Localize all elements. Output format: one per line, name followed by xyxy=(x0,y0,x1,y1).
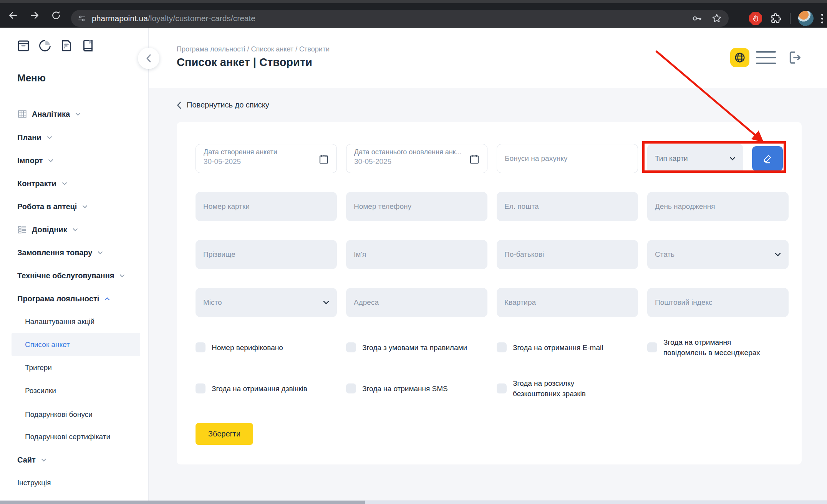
chevron-down-icon xyxy=(73,228,78,231)
email-field[interactable]: Ел. пошта xyxy=(497,192,638,221)
sidebar-subitem-promo-settings[interactable]: Налаштування акцій xyxy=(25,316,94,327)
bookmark-star-icon[interactable] xyxy=(711,13,723,24)
first-name-field[interactable]: Ім'я xyxy=(346,240,487,269)
date-created-field[interactable]: Дата створення анкети 30-05-2025 xyxy=(196,144,337,173)
save-button[interactable]: Зберегти xyxy=(196,423,253,445)
back-to-list-label: Повернутись до списку xyxy=(187,101,269,109)
sidebar-collapse-button[interactable] xyxy=(138,48,159,69)
list-details-icon xyxy=(17,225,27,235)
extensions-puzzle-icon[interactable] xyxy=(770,12,782,25)
birthday-field[interactable]: День народження xyxy=(647,192,789,221)
browser-menu-button[interactable] xyxy=(821,14,823,23)
checkbox-messenger-consent[interactable]: Згода на отримання повідомлень в месендж… xyxy=(647,337,798,358)
checkbox[interactable] xyxy=(196,383,206,393)
address-bar[interactable]: pharmapoint.ua/loyalty/customer-cards/cr… xyxy=(71,10,729,27)
sidebar-item-plans[interactable]: Плани xyxy=(17,132,52,143)
chevron-down-icon xyxy=(48,159,53,162)
profile-avatar[interactable] xyxy=(798,11,814,26)
pencil-edit-icon xyxy=(762,153,773,164)
sidebar-item-label: Замовлення товару xyxy=(17,248,92,257)
sidebar-item-contracts[interactable]: Контракти xyxy=(17,178,67,189)
sidebar-item-instruction[interactable]: Інструкція xyxy=(17,478,51,488)
gender-select[interactable]: Стать xyxy=(647,240,789,269)
url-host: pharmapoint.ua xyxy=(92,14,148,23)
site-settings-icon[interactable] xyxy=(77,14,86,23)
breadcrumb[interactable]: Програма лояльності / Список анкет / Ств… xyxy=(177,45,330,53)
checkbox[interactable] xyxy=(497,342,507,352)
globe-icon xyxy=(734,51,746,64)
checkbox[interactable] xyxy=(196,342,206,352)
sidebar-item-directory[interactable]: Довідник xyxy=(17,224,78,235)
back-to-list-link[interactable]: Повернутись до списку xyxy=(177,101,269,109)
checkbox-email-consent[interactable]: Згода на отримання E-mail xyxy=(497,337,647,358)
chevron-down-icon xyxy=(98,251,103,254)
sidebar-subitem-gift-bonuses[interactable]: Подарункові бонуси xyxy=(25,409,93,420)
language-globe-button[interactable] xyxy=(730,48,749,67)
chevron-down-icon xyxy=(62,182,67,185)
browser-reload-button[interactable] xyxy=(48,7,65,24)
back-arrow-icon xyxy=(8,10,18,20)
bonuses-field[interactable]: Бонуси на рахунку xyxy=(497,144,638,173)
package-icon[interactable] xyxy=(16,38,31,53)
menu-toggle-button[interactable] xyxy=(756,50,776,65)
url-text[interactable]: pharmapoint.ua/loyalty/customer-cards/cr… xyxy=(92,14,691,23)
card-number-field[interactable]: Номер картки xyxy=(196,192,337,221)
sidebar-item-maintenance[interactable]: Технічне обслуговування xyxy=(17,270,125,281)
sidebar-item-label: Програма лояльності xyxy=(17,294,99,303)
last-name-field[interactable]: Прізвище xyxy=(196,240,337,269)
sidebar-item-pharmacy-work[interactable]: Робота в аптеці xyxy=(17,201,88,212)
chevron-down-icon xyxy=(323,301,329,304)
checkbox-sms-consent[interactable]: Згода на отримання SMS xyxy=(346,378,497,399)
sidebar-subitem-gift-certificates[interactable]: Подарункові сертифікати xyxy=(25,431,110,442)
postal-code-field[interactable]: Поштовий індекс xyxy=(647,288,789,317)
checkbox-number-verified[interactable]: Номер верифіковано xyxy=(196,337,346,358)
sidebar: Меню Аналітика Плани Імпорт Контракти Ро… xyxy=(0,28,149,501)
menu-heading: Меню xyxy=(17,72,46,84)
sidebar-item-label: Довідник xyxy=(32,225,67,234)
logout-icon xyxy=(786,50,802,66)
checkbox-terms-agreement[interactable]: Згода з умовами та правилами xyxy=(346,337,497,358)
edit-card-type-button[interactable] xyxy=(752,146,783,171)
chevron-down-icon xyxy=(729,157,736,160)
date-updated-value: 30-05-2025 xyxy=(354,157,469,166)
sidebar-subitem-mailings[interactable]: Розсилки xyxy=(25,385,56,396)
address-field[interactable]: Адреса xyxy=(346,288,487,317)
sidebar-item-label: Імпорт xyxy=(17,156,43,165)
logout-button[interactable] xyxy=(786,49,803,66)
adblock-extension-icon[interactable] xyxy=(749,12,762,25)
sidebar-item-label: Аналітика xyxy=(32,110,70,119)
date-updated-field[interactable]: Дата останнього оновлення анк... 30-05-2… xyxy=(346,144,487,173)
sidebar-subitem-triggers[interactable]: Тригери xyxy=(25,362,52,373)
apartment-field[interactable]: Квартира xyxy=(497,288,638,317)
browser-forward-button[interactable] xyxy=(26,7,43,24)
chevron-down-icon xyxy=(82,205,88,208)
browser-back-button[interactable] xyxy=(5,7,22,24)
sidebar-item-site[interactable]: Сайт xyxy=(17,454,46,465)
window-top-strip xyxy=(0,0,827,3)
middle-name-field[interactable]: По-батькові xyxy=(497,240,638,269)
password-key-icon[interactable] xyxy=(691,13,703,24)
sidebar-item-import[interactable]: Імпорт xyxy=(17,155,53,166)
document-icon[interactable] xyxy=(59,38,74,53)
horizontal-scrollbar-thumb[interactable] xyxy=(0,501,365,504)
sidebar-item-loyalty-program[interactable]: Програма лояльності xyxy=(17,293,110,304)
book-icon[interactable] xyxy=(81,38,95,53)
chevron-down-icon xyxy=(119,274,125,278)
checkbox-row-2: Згода на отримання дзвінків Згода на отр… xyxy=(196,378,799,399)
city-select[interactable]: Місто xyxy=(196,288,337,317)
checkbox[interactable] xyxy=(647,342,657,352)
checkbox[interactable] xyxy=(346,383,356,393)
checkbox-calls-consent[interactable]: Згода на отримання дзвінків xyxy=(196,378,346,399)
sidebar-subitem-customer-cards[interactable]: Список анкет xyxy=(25,339,70,350)
checkbox-free-samples-consent[interactable]: Згода на розсилку безкоштовних зразків xyxy=(497,378,647,399)
sidebar-item-goods-order[interactable]: Замовлення товару xyxy=(17,247,103,258)
sidebar-item-label: Контракти xyxy=(17,179,56,188)
sidebar-item-label: Робота в аптеці xyxy=(17,202,77,211)
pie-chart-icon[interactable] xyxy=(38,38,52,53)
card-type-select[interactable]: Тип карти xyxy=(647,144,743,173)
date-created-label: Дата створення анкети xyxy=(204,148,318,156)
phone-field[interactable]: Номер телефону xyxy=(346,192,487,221)
checkbox[interactable] xyxy=(497,383,507,393)
sidebar-item-analytics[interactable]: Аналітика xyxy=(17,109,81,119)
checkbox[interactable] xyxy=(346,342,356,352)
